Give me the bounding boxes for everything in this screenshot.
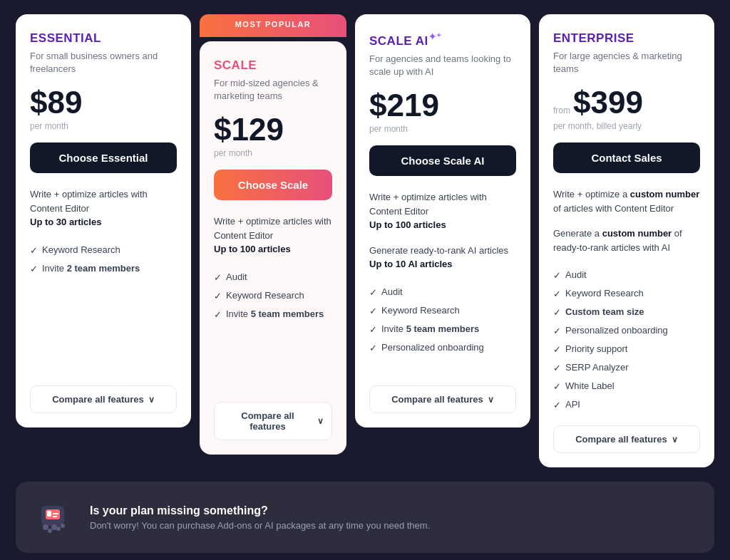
pricing-wrapper: ESSENTIAL For small business owners and … bbox=[16, 14, 714, 553]
popular-badge: MOST POPULAR bbox=[200, 14, 346, 37]
check-icon: ✓ bbox=[30, 264, 38, 274]
price-row-scale-ai: $219 bbox=[369, 90, 516, 121]
feature-label: Keyword Research bbox=[381, 305, 460, 316]
feature-list-essential: ✓ Keyword Research ✓ Invite 2 team membe… bbox=[30, 241, 177, 278]
feature-section-scale-ai: Write + optimize articles with Content E… bbox=[369, 190, 516, 232]
feature-item: ✓ Keyword Research bbox=[214, 286, 332, 305]
feature-list-scale-ai: ✓ Audit ✓ Keyword Research ✓ Invite 5 te… bbox=[369, 283, 516, 357]
feature-section-scale-ai-2: Generate ready-to-rank AI articles Up to… bbox=[369, 244, 516, 271]
banner-text: Is your plan missing something? Don't wo… bbox=[90, 504, 430, 531]
feature-section-enterprise-2: Generate a custom number of ready-to-ran… bbox=[553, 227, 700, 254]
feature-label: Keyword Research bbox=[565, 288, 644, 299]
price-row-scale: $129 bbox=[214, 114, 332, 145]
feature-text-scale: Write + optimize articles with Content E… bbox=[214, 216, 331, 241]
price-from-enterprise: from bbox=[553, 105, 570, 115]
svg-point-6 bbox=[51, 524, 57, 530]
compare-scale-ai-button[interactable]: Compare all features ∨ bbox=[369, 385, 516, 413]
chevron-down-icon: ∨ bbox=[488, 395, 494, 405]
plan-subtitle-enterprise: For large agencies & marketing teams bbox=[553, 50, 700, 76]
feature-label: Audit bbox=[565, 269, 587, 280]
card-scale-ai: SCALE AI✦⁺ For agencies and teams lookin… bbox=[355, 14, 530, 427]
feature-label: Invite 2 team members bbox=[42, 263, 140, 274]
feature-item: ✓ Keyword Research bbox=[30, 241, 177, 259]
svg-rect-4 bbox=[53, 516, 57, 517]
feature-section-scale: Write + optimize articles with Content E… bbox=[214, 214, 332, 256]
feature-item: ✓ Invite 5 team members bbox=[369, 320, 516, 338]
check-icon: ✓ bbox=[369, 343, 377, 353]
feature-item: ✓ API bbox=[553, 395, 700, 414]
check-icon: ✓ bbox=[553, 270, 561, 281]
plan-name-essential: ESSENTIAL bbox=[30, 31, 101, 46]
feature-item: ✓ Invite 2 team members bbox=[30, 259, 177, 278]
feature-item: ✓ Custom team size bbox=[553, 303, 700, 321]
plan-name-scale-ai: SCALE AI✦⁺ bbox=[369, 31, 442, 48]
feature-label: Custom team size bbox=[565, 306, 644, 317]
feature-label: Invite 5 team members bbox=[226, 308, 324, 319]
chevron-down-icon: ∨ bbox=[148, 395, 155, 405]
feature-label: White Label bbox=[565, 380, 615, 391]
feature-item: ✓ Keyword Research bbox=[553, 284, 700, 303]
price-row-essential: $89 bbox=[30, 87, 177, 118]
feature-label: Invite 5 team members bbox=[381, 323, 479, 334]
compare-essential-button[interactable]: Compare all features ∨ bbox=[30, 385, 177, 413]
feature-item: ✓ Priority support bbox=[553, 340, 700, 358]
feature-label: Keyword Research bbox=[226, 290, 304, 301]
contact-sales-button[interactable]: Contact Sales bbox=[553, 142, 700, 173]
feature-text-enterprise: Write + optimize a custom number of arti… bbox=[553, 189, 699, 214]
feature-item: ✓ SERP Analyzer bbox=[553, 358, 700, 377]
popular-wrapper: MOST POPULAR SCALE For mid-sized agencie… bbox=[200, 41, 346, 455]
banner-title: Is your plan missing something? bbox=[90, 504, 430, 517]
check-icon: ✓ bbox=[369, 287, 377, 298]
svg-point-5 bbox=[43, 524, 48, 530]
choose-scale-ai-button[interactable]: Choose Scale AI bbox=[369, 145, 516, 176]
card-essential: ESSENTIAL For small business owners and … bbox=[16, 14, 191, 427]
compare-scale-button[interactable]: Compare all features ∨ bbox=[214, 402, 332, 440]
feature-label: Personalized onboarding bbox=[381, 342, 484, 353]
price-scale: $129 bbox=[214, 114, 284, 145]
compare-label: Compare all features bbox=[52, 394, 144, 405]
feature-text-enterprise-2: Generate a custom number of ready-to-ran… bbox=[553, 228, 682, 253]
chevron-down-icon: ∨ bbox=[672, 435, 678, 445]
feature-label: Keyword Research bbox=[42, 244, 120, 255]
choose-essential-button[interactable]: Choose Essential bbox=[30, 142, 177, 173]
feature-strong-scale-ai-2: Up to 10 AI articles bbox=[369, 259, 453, 269]
feature-list-enterprise: ✓ Audit ✓ Keyword Research ✓ Custom team… bbox=[553, 266, 700, 414]
price-period-scale: per month bbox=[214, 148, 332, 158]
price-period-enterprise: per month, billed yearly bbox=[553, 121, 700, 131]
svg-point-9 bbox=[61, 524, 65, 528]
check-icon: ✓ bbox=[30, 245, 38, 256]
check-icon: ✓ bbox=[369, 306, 377, 316]
feature-label: Audit bbox=[381, 286, 403, 297]
check-icon: ✓ bbox=[214, 272, 222, 283]
check-icon: ✓ bbox=[214, 291, 222, 301]
svg-point-8 bbox=[56, 527, 61, 531]
check-icon: ✓ bbox=[553, 289, 561, 299]
compare-label: Compare all features bbox=[222, 410, 313, 432]
compare-enterprise-button[interactable]: Compare all features ∨ bbox=[553, 425, 700, 453]
feature-text-scale-ai-2: Generate ready-to-rank AI articles bbox=[369, 245, 508, 256]
check-icon: ✓ bbox=[553, 400, 561, 410]
feature-item: ✓ Audit bbox=[553, 266, 700, 284]
feature-item: ✓ White Label bbox=[553, 377, 700, 395]
feature-section-enterprise: Write + optimize a custom number of arti… bbox=[553, 187, 700, 215]
feature-label: Audit bbox=[226, 271, 247, 282]
feature-label: SERP Analyzer bbox=[565, 362, 629, 373]
feature-strong-scale-ai: Up to 100 articles bbox=[369, 219, 446, 230]
check-icon: ✓ bbox=[553, 326, 561, 336]
feature-strong-essential: Up to 30 articles bbox=[30, 217, 101, 227]
feature-item: ✓ Audit bbox=[369, 283, 516, 301]
plan-name-scale: SCALE bbox=[214, 58, 257, 73]
feature-item: ✓ Personalized onboarding bbox=[369, 338, 516, 357]
choose-scale-button[interactable]: Choose Scale bbox=[214, 170, 332, 200]
plan-subtitle-essential: For small business owners and freelancer… bbox=[30, 50, 177, 76]
price-period-scale-ai: per month bbox=[369, 124, 516, 134]
feature-label: API bbox=[565, 399, 580, 410]
cards-row: ESSENTIAL For small business owners and … bbox=[16, 14, 714, 467]
check-icon: ✓ bbox=[553, 344, 561, 355]
compare-label: Compare all features bbox=[575, 434, 667, 445]
chevron-down-icon: ∨ bbox=[317, 416, 324, 426]
price-period-essential: per month bbox=[30, 121, 177, 131]
check-icon: ✓ bbox=[553, 381, 561, 392]
plan-name-enterprise: ENTERPRISE bbox=[553, 31, 634, 46]
price-row-enterprise: from $399 bbox=[553, 87, 700, 118]
